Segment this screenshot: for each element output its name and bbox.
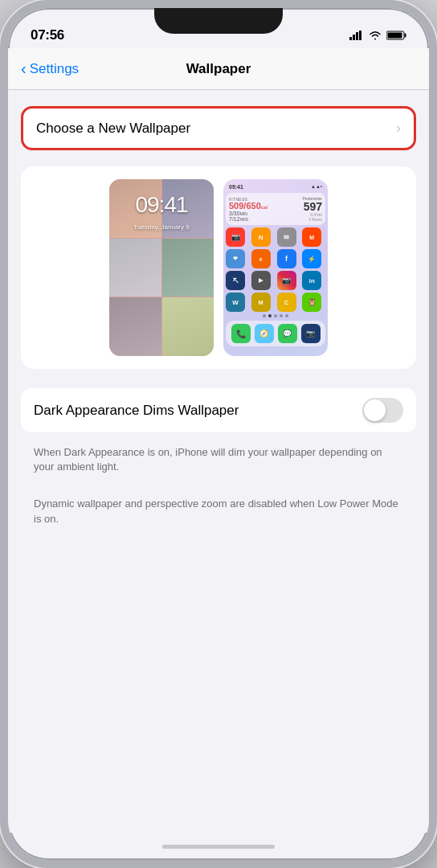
svg-rect-6 bbox=[388, 33, 402, 39]
app-duolingo[interactable]: 🦉 bbox=[302, 293, 321, 312]
widget-left: Fitness 509/650cal 3/30MIN 7/12HRS bbox=[229, 197, 300, 222]
app-messenger[interactable]: ⚡ bbox=[302, 249, 321, 268]
svg-rect-2 bbox=[356, 32, 358, 40]
app-instagram[interactable]: 📷 bbox=[277, 271, 296, 290]
dock-camera[interactable]: 📷 bbox=[301, 324, 321, 343]
app-photos[interactable]: 📷 bbox=[226, 227, 245, 247]
lock-screen-preview[interactable]: 09:41 Tuesday, January 9 bbox=[109, 179, 214, 356]
dot-3 bbox=[274, 314, 277, 317]
dark-appearance-toggle[interactable] bbox=[362, 398, 403, 423]
home-indicator bbox=[8, 833, 429, 860]
dock-phone[interactable]: 📞 bbox=[231, 324, 251, 343]
dark-appearance-row: Dark Appearance Dims Wallpaper bbox=[21, 388, 416, 432]
svg-rect-5 bbox=[405, 34, 406, 38]
page-dots bbox=[226, 314, 325, 317]
battery-icon bbox=[386, 29, 406, 43]
app-gmail[interactable]: M bbox=[302, 227, 321, 247]
hs-time: 09:41 bbox=[229, 184, 243, 190]
status-icons bbox=[349, 29, 406, 43]
app-facebook[interactable]: f bbox=[277, 249, 296, 268]
dot-1 bbox=[263, 314, 266, 317]
lock-time: 09:41 bbox=[109, 192, 214, 218]
svg-rect-3 bbox=[359, 31, 361, 40]
wifi-icon bbox=[369, 29, 382, 43]
toggle-knob bbox=[364, 399, 386, 421]
app-grid-row3: ⛏ ▶ 📷 in bbox=[226, 271, 325, 290]
notch bbox=[154, 8, 283, 34]
back-chevron-icon: ‹ bbox=[21, 60, 27, 76]
choose-wallpaper-wrapper: Choose a New Wallpaper › bbox=[8, 106, 429, 150]
dark-appearance-section: Dark Appearance Dims Wallpaper bbox=[21, 388, 416, 432]
widget-right: Pedometer 597 0.4 km 0 floors bbox=[303, 196, 322, 222]
app-etsy[interactable]: e bbox=[251, 249, 271, 268]
app-wordpress[interactable]: W bbox=[226, 293, 245, 312]
dock-safari[interactable]: 🧭 bbox=[255, 324, 274, 343]
row-chevron-icon: › bbox=[396, 120, 401, 137]
choose-wallpaper-row[interactable]: Choose a New Wallpaper › bbox=[21, 106, 416, 150]
main-content: Choose a New Wallpaper › bbox=[8, 90, 429, 833]
page-title: Wallpaper bbox=[186, 61, 251, 77]
hs-status: 09:41 ▲▲▪ bbox=[226, 182, 325, 191]
app-linkedin[interactable]: in bbox=[302, 271, 321, 290]
home-bar bbox=[162, 845, 275, 849]
app-mining[interactable]: ⛏ bbox=[226, 271, 245, 290]
preview-container: 09:41 Tuesday, January 9 09:41 ▲▲▪ Fitne… bbox=[21, 166, 416, 369]
fitness-widget: Fitness 509/650cal 3/30MIN 7/12HRS Pedom… bbox=[226, 193, 325, 225]
preview-section: 09:41 Tuesday, January 9 09:41 ▲▲▪ Fitne… bbox=[8, 166, 429, 369]
app-grid-row1: 📷 N ✉ M bbox=[226, 227, 325, 247]
svg-rect-0 bbox=[349, 37, 352, 40]
dot-5 bbox=[285, 314, 288, 317]
back-label: Settings bbox=[30, 61, 79, 77]
dot-4 bbox=[280, 314, 283, 317]
home-screen-preview[interactable]: 09:41 ▲▲▪ Fitness 509/650cal 3/30MIN 7/1… bbox=[223, 179, 328, 356]
lock-screen-time-overlay: 09:41 Tuesday, January 9 bbox=[109, 192, 214, 232]
back-button[interactable]: ‹ Settings bbox=[21, 61, 79, 77]
low-power-description: Dynamic wallpaper and perspective zoom a… bbox=[8, 490, 429, 532]
lock-date: Tuesday, January 9 bbox=[133, 223, 189, 231]
app-news[interactable]: N bbox=[251, 227, 271, 247]
ls-cell-6 bbox=[162, 297, 214, 356]
choose-wallpaper-label: Choose a New Wallpaper bbox=[36, 121, 190, 137]
app-health[interactable]: ❤ bbox=[226, 249, 245, 268]
app-email[interactable]: ✉ bbox=[277, 227, 296, 247]
signal-icon bbox=[349, 29, 364, 43]
nav-bar: ‹ Settings Wallpaper bbox=[8, 48, 429, 90]
app-collage[interactable]: C bbox=[277, 293, 296, 312]
app-dock: 📞 🧭 💬 📷 bbox=[226, 321, 325, 346]
ls-cell-3 bbox=[109, 239, 161, 297]
dock-messages[interactable]: 💬 bbox=[278, 324, 297, 343]
app-entertainment[interactable]: ▶ bbox=[251, 271, 271, 290]
app-grid-row2: ❤ e f ⚡ bbox=[226, 249, 325, 268]
phone-frame: 07:56 bbox=[0, 0, 437, 868]
ls-cell-4 bbox=[162, 239, 214, 297]
status-time: 07:56 bbox=[31, 27, 64, 43]
hs-status-icons: ▲▲▪ bbox=[311, 184, 322, 190]
app-grid-row4: W M C 🦉 bbox=[226, 293, 325, 312]
ls-cell-5 bbox=[109, 297, 161, 356]
dot-2-active bbox=[268, 314, 272, 317]
svg-rect-1 bbox=[353, 35, 355, 40]
app-misc[interactable]: M bbox=[251, 293, 271, 312]
dark-appearance-label: Dark Appearance Dims Wallpaper bbox=[34, 403, 362, 419]
dark-appearance-description: When Dark Appearance is on, iPhone will … bbox=[8, 439, 429, 481]
